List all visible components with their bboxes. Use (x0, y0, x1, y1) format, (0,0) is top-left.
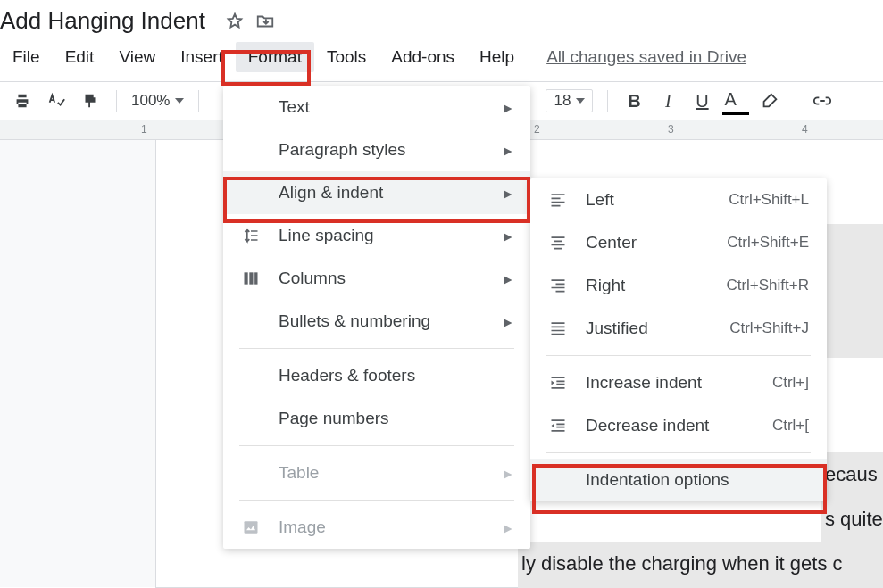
menu-bar: File Edit View Insert Format Tools Add-o… (0, 38, 883, 81)
format-dropdown: Text ▸ Paragraph styles ▸ Align & indent… (223, 86, 530, 549)
submenu-arrow-icon: ▸ (504, 518, 512, 538)
svg-rect-2 (254, 272, 257, 284)
submenu-arrow-icon: ▸ (504, 226, 512, 246)
menu-help[interactable]: Help (467, 42, 527, 72)
line-spacing-icon (239, 227, 262, 244)
underline-button[interactable]: U (690, 89, 713, 112)
separator (198, 90, 199, 112)
star-icon[interactable] (225, 12, 245, 31)
format-table: Table ▸ (223, 451, 530, 494)
columns-icon (239, 269, 262, 287)
divider (239, 445, 514, 446)
bold-button[interactable]: B (622, 89, 646, 112)
menu-edit[interactable]: Edit (53, 42, 107, 72)
format-bullets-numbering[interactable]: Bullets & numbering ▸ (223, 300, 530, 343)
caret-icon (576, 98, 585, 104)
format-text[interactable]: Text ▸ (223, 86, 530, 128)
align-left[interactable]: Left Ctrl+Shift+L (530, 178, 827, 221)
align-center[interactable]: Center Ctrl+Shift+E (530, 221, 827, 264)
align-left-icon (546, 191, 570, 209)
align-center-icon (546, 234, 570, 252)
align-justify-icon (546, 319, 570, 337)
submenu-arrow-icon: ▸ (504, 183, 512, 203)
separator (607, 90, 608, 112)
increase-indent[interactable]: Increase indent Ctrl+] (530, 361, 827, 404)
highlight-color-button[interactable] (758, 89, 781, 112)
divider (546, 452, 811, 453)
image-icon (239, 518, 262, 536)
text-color-button[interactable]: A (724, 89, 747, 112)
divider (239, 348, 514, 349)
divider (546, 355, 811, 356)
italic-button[interactable]: I (656, 89, 679, 112)
menu-view[interactable]: View (106, 42, 168, 72)
svg-rect-1 (249, 272, 253, 284)
indentation-options[interactable]: Indentation options (530, 459, 827, 501)
align-justified[interactable]: Justified Ctrl+Shift+J (530, 307, 827, 350)
decrease-indent-icon (546, 417, 570, 435)
format-line-spacing[interactable]: Line spacing ▸ (223, 214, 530, 257)
decrease-indent[interactable]: Decrease indent Ctrl+[ (530, 404, 827, 447)
svg-rect-3 (245, 521, 258, 533)
menu-insert[interactable]: Insert (168, 42, 236, 72)
submenu-arrow-icon: ▸ (504, 97, 512, 118)
print-icon[interactable] (11, 89, 34, 112)
document-title[interactable]: Add Hanging Indent (0, 7, 205, 35)
submenu-arrow-icon: ▸ (504, 463, 512, 484)
align-indent-submenu: Left Ctrl+Shift+L Center Ctrl+Shift+E Ri… (530, 178, 827, 501)
align-right-icon (546, 277, 570, 294)
increase-indent-icon (546, 374, 570, 392)
separator (116, 90, 117, 112)
svg-rect-0 (245, 272, 248, 284)
format-page-numbers[interactable]: Page numbers (223, 397, 530, 440)
save-status[interactable]: All changes saved in Drive (546, 47, 746, 67)
font-size-select[interactable]: 18 (546, 89, 593, 112)
caret-icon (175, 98, 184, 104)
zoom-select[interactable]: 100% (131, 92, 184, 110)
submenu-arrow-icon: ▸ (504, 269, 512, 289)
separator (796, 90, 796, 112)
insert-link-icon[interactable] (811, 89, 834, 112)
menu-tools[interactable]: Tools (314, 42, 379, 72)
spellcheck-icon[interactable] (45, 89, 68, 112)
menu-format[interactable]: Format (236, 42, 314, 72)
submenu-arrow-icon: ▸ (504, 311, 512, 332)
move-to-folder-icon[interactable] (255, 12, 275, 31)
format-columns[interactable]: Columns ▸ (223, 257, 530, 300)
format-paragraph-styles[interactable]: Paragraph styles ▸ (223, 128, 530, 171)
format-image: Image ▸ (223, 506, 530, 549)
align-right[interactable]: Right Ctrl+Shift+R (530, 264, 827, 307)
format-align-indent[interactable]: Align & indent ▸ (223, 171, 530, 214)
format-headers-footers[interactable]: Headers & footers (223, 354, 530, 397)
menu-addons[interactable]: Add-ons (379, 42, 467, 72)
paint-format-icon[interactable] (79, 89, 102, 112)
menu-file[interactable]: File (0, 42, 53, 72)
submenu-arrow-icon: ▸ (504, 140, 512, 161)
divider (239, 500, 514, 501)
